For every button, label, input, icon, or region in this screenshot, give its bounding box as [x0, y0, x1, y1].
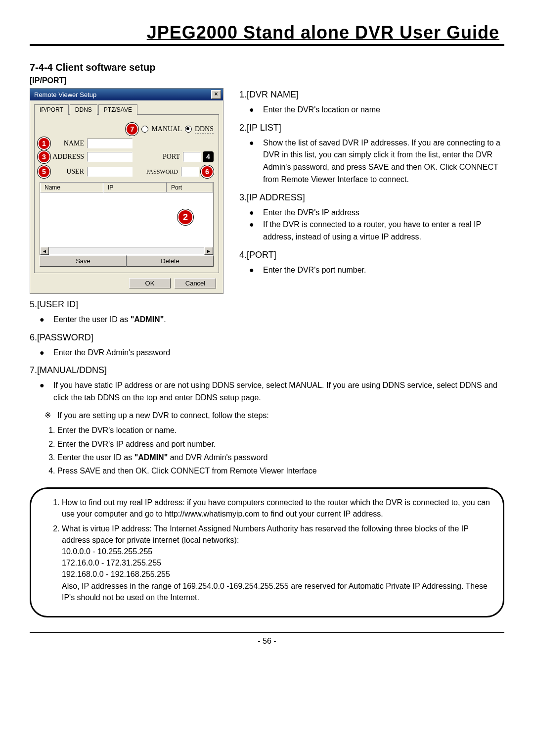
- subheading-ipport: [IP/PORT]: [30, 76, 504, 85]
- label-port: PORT: [163, 153, 183, 161]
- callout-badge-6: 6: [201, 165, 214, 178]
- callout-badge-2: 2: [178, 209, 193, 225]
- dialog-title: Remote Viewer Setup: [34, 91, 211, 98]
- radio-ddns-label: DDNS: [195, 125, 214, 134]
- callout-badge-1: 1: [38, 137, 50, 150]
- scroll-left-icon[interactable]: ◄: [40, 247, 49, 255]
- item1-head: 1.[DVR NAME]: [239, 88, 504, 102]
- save-button[interactable]: Save: [40, 255, 127, 267]
- ok-button[interactable]: OK: [129, 278, 171, 288]
- step-4: Press SAVE and then OK. Click CONNECT fr…: [57, 464, 504, 477]
- item7-b1: If you have static IP address or are not…: [53, 379, 504, 404]
- input-address[interactable]: [87, 152, 133, 162]
- ip-list-table: Name IP Port 2 ◄ ►: [40, 182, 214, 255]
- input-port[interactable]: [183, 152, 201, 162]
- item4-b1: Enter the DVR's port number.: [263, 264, 504, 277]
- callout-badge-7: 7: [126, 123, 138, 136]
- step-2: Enter the DVR's IP address and port numb…: [57, 437, 504, 451]
- section-heading: 7-4-4 Client software setup: [30, 62, 504, 73]
- page-number: - 56 -: [30, 632, 504, 646]
- item4-head: 4.[PORT]: [239, 248, 504, 262]
- col-ip[interactable]: IP: [103, 183, 167, 192]
- step-3: Eenter the user ID as "ADMIN" and DVR Ad…: [57, 451, 504, 464]
- label-address: ADDRESS: [48, 153, 87, 161]
- label-password: PASSWORD: [146, 168, 181, 176]
- input-user[interactable]: [87, 167, 133, 177]
- cancel-button[interactable]: Cancel: [175, 278, 216, 288]
- step-1: Enter the DVR's location or name.: [57, 424, 504, 437]
- tab-ipport[interactable]: IP/PORT: [34, 104, 69, 115]
- tab-ddns[interactable]: DDNS: [70, 104, 97, 115]
- item2-b1: Show the list of saved DVR IP addresses.…: [263, 137, 504, 186]
- item5-b1: Eenter the user ID as "ADMIN".: [53, 314, 504, 326]
- item3-b2: If the DVR is connected to a router, you…: [263, 219, 504, 243]
- label-user: USER: [48, 168, 87, 176]
- info-callout: How to find out my real IP address: if y…: [30, 487, 504, 617]
- callout-1: How to find out my real IP address: if y…: [62, 497, 491, 520]
- input-password[interactable]: [181, 167, 199, 177]
- radio-manual[interactable]: [141, 126, 148, 133]
- item1-b1: Enter the DVR's location or name: [263, 104, 504, 116]
- radio-manual-label: MANUAL: [151, 125, 181, 133]
- item7-head: 7.[MANUAL/DDNS]: [30, 364, 504, 378]
- ip-list-body[interactable]: 2: [40, 192, 213, 247]
- callout-badge-3: 3: [38, 150, 50, 163]
- item5-head: 5.[USER ID]: [30, 298, 504, 312]
- label-name: NAME: [48, 140, 87, 147]
- item6-b1: Enter the DVR Admin's password: [53, 347, 504, 359]
- callout-badge-4: 4: [203, 151, 214, 162]
- delete-button[interactable]: Delete: [127, 255, 214, 267]
- page-title: JPEG2000 Stand alone DVR User Guide: [30, 22, 504, 46]
- item2-head: 2.[IP LIST]: [239, 121, 504, 135]
- col-port[interactable]: Port: [167, 183, 213, 192]
- item6-head: 6.[PASSWORD]: [30, 331, 504, 345]
- callout-badge-5: 5: [38, 165, 50, 178]
- scroll-right-icon[interactable]: ►: [204, 247, 213, 255]
- remote-viewer-dialog: Remote Viewer Setup × IP/PORT DDNS PTZ/S…: [30, 88, 223, 294]
- radio-ddns[interactable]: [185, 126, 192, 133]
- item3-head: 3.[IP ADDRESS]: [239, 191, 504, 205]
- item3-b1: Enter the DVR's IP address: [263, 207, 504, 219]
- scroll-track[interactable]: [49, 247, 204, 255]
- col-name[interactable]: Name: [40, 183, 103, 192]
- note-line: ※If you are setting up a new DVR to conn…: [30, 409, 504, 422]
- close-icon[interactable]: ×: [211, 90, 221, 99]
- callout-2: What is virtue IP address: The Internet …: [62, 523, 491, 603]
- input-name[interactable]: [87, 139, 133, 148]
- tab-ptzsave[interactable]: PTZ/SAVE: [98, 104, 137, 115]
